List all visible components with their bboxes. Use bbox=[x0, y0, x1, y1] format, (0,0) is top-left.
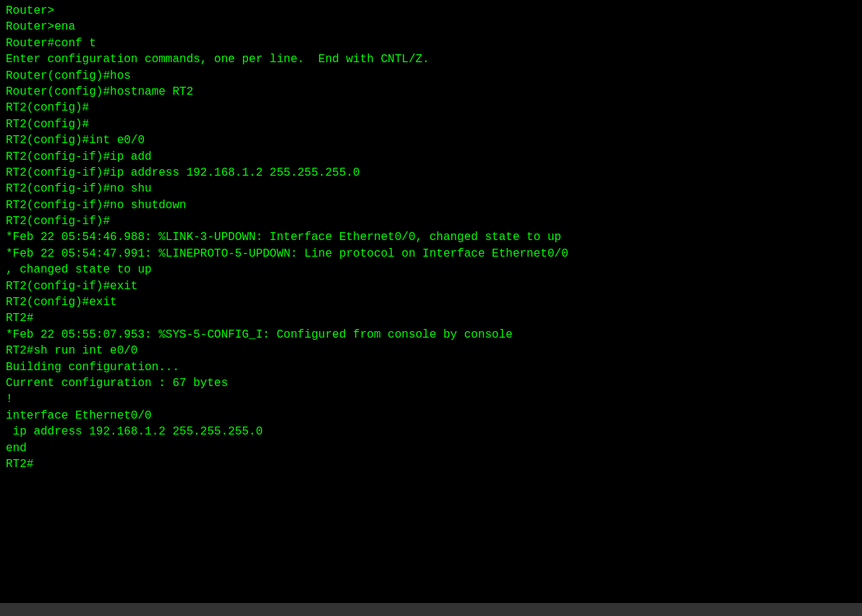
terminal-line: ip address 192.168.1.2 255.255.255.0 bbox=[6, 424, 856, 440]
terminal-line: Current configuration : 67 bytes bbox=[6, 375, 856, 391]
terminal-line: end bbox=[6, 440, 856, 456]
terminal-line: Router>ena bbox=[6, 19, 856, 35]
bottom-bar bbox=[0, 603, 862, 616]
terminal-line: RT2(config-if)#no shutdown bbox=[6, 197, 856, 213]
terminal-line: RT2(config-if)#no shu bbox=[6, 181, 856, 197]
terminal-line: ! bbox=[6, 391, 856, 407]
terminal-line: Router#conf t bbox=[6, 35, 856, 51]
terminal-line: RT2# bbox=[6, 456, 856, 472]
terminal-line: Enter configuration commands, one per li… bbox=[6, 51, 856, 67]
terminal-line: RT2#sh run int e0/0 bbox=[6, 343, 856, 359]
terminal-line: RT2(config-if)#exit bbox=[6, 278, 856, 294]
terminal-line: interface Ethernet0/0 bbox=[6, 408, 856, 424]
terminal-line: RT2(config)#int e0/0 bbox=[6, 132, 856, 148]
terminal-line: Router(config)#hostname RT2 bbox=[6, 84, 856, 100]
terminal-line: Building configuration... bbox=[6, 359, 856, 375]
terminal-line: *Feb 22 05:55:07.953: %SYS-5-CONFIG_I: C… bbox=[6, 327, 856, 343]
terminal-line: RT2(config)# bbox=[6, 116, 856, 132]
terminal-line: RT2(config-if)#ip address 192.168.1.2 25… bbox=[6, 165, 856, 181]
terminal-line: , changed state to up bbox=[6, 262, 856, 278]
terminal-line: *Feb 22 05:54:46.988: %LINK-3-UPDOWN: In… bbox=[6, 229, 856, 245]
terminal-line: RT2(config)#exit bbox=[6, 294, 856, 310]
terminal-line: RT2(config-if)# bbox=[6, 213, 856, 229]
terminal-line: RT2# bbox=[6, 310, 856, 326]
terminal-line: Router> bbox=[6, 3, 856, 19]
terminal-line: RT2(config)# bbox=[6, 100, 856, 116]
terminal-line: Router(config)#hos bbox=[6, 68, 856, 84]
terminal-window[interactable]: Router>Router>enaRouter#conf tEnter conf… bbox=[0, 0, 862, 616]
terminal-line: *Feb 22 05:54:47.991: %LINEPROTO-5-UPDOW… bbox=[6, 246, 856, 262]
terminal-line: RT2(config-if)#ip add bbox=[6, 149, 856, 165]
